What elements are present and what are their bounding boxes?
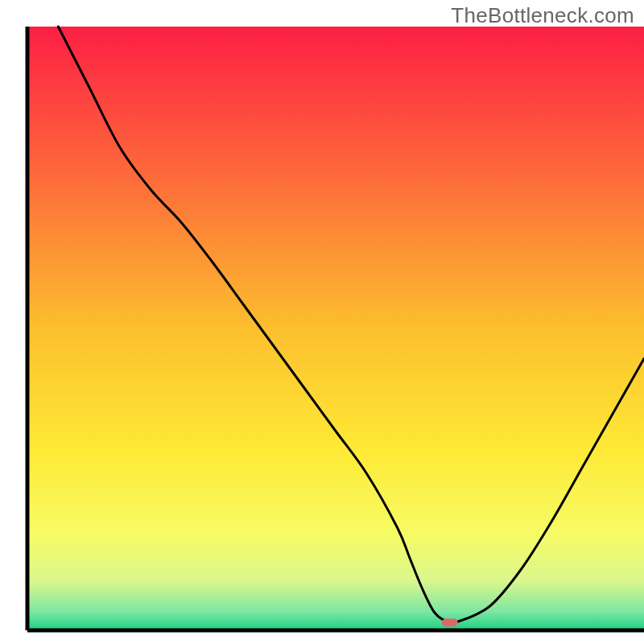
chart-container: TheBottleneck.com <box>0 0 644 644</box>
bottleneck-chart <box>0 0 644 644</box>
plot-background <box>27 27 644 630</box>
optimal-marker <box>442 618 458 626</box>
